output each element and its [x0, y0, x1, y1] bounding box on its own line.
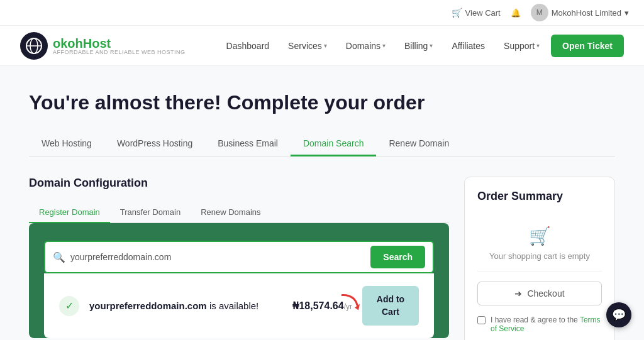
user-menu[interactable]: M MokohHost Limited ▾: [531, 4, 629, 21]
domain-result-row: ✓ yourpreferreddomain.com is available! …: [44, 273, 434, 338]
user-name-label: MokohHost Limited: [552, 8, 621, 18]
content-row: Domain Configuration Register Domain Tra…: [29, 177, 615, 340]
tab-wordpress-hosting[interactable]: WordPress Hosting: [104, 132, 205, 156]
bell-icon: 🔔: [511, 8, 521, 18]
sub-tab-transfer[interactable]: Transfer Domain: [110, 202, 191, 223]
add-cart-wrapper: Add toCart: [362, 286, 419, 326]
search-button[interactable]: Search: [370, 246, 425, 268]
tab-nav: Web Hosting WordPress Hosting Business E…: [29, 132, 615, 156]
nav-billing[interactable]: Billing ▾: [397, 36, 440, 56]
tab-web-hosting[interactable]: Web Hosting: [29, 132, 104, 156]
support-chevron-icon: ▾: [536, 42, 540, 49]
tos-checkbox[interactable]: [477, 316, 486, 324]
availability-badge: ✓: [59, 296, 79, 316]
tos-text: I have read & agree to the Terms of Serv…: [491, 315, 602, 333]
logo-icon: [20, 32, 48, 60]
main-content: You're almost there! Complete your order…: [14, 66, 630, 340]
view-cart-link[interactable]: 🛒 View Cart: [452, 8, 501, 18]
empty-cart-text: Your shopping cart is empty: [477, 251, 602, 261]
logo-text: okohHost: [53, 36, 111, 50]
domain-info: yourpreferreddomain.com is available!: [89, 300, 282, 311]
search-icon: 🔍: [53, 251, 65, 263]
arrow-indicator-icon: [337, 292, 362, 319]
main-panel: Domain Configuration Register Domain Tra…: [29, 177, 449, 338]
view-cart-label: View Cart: [465, 8, 501, 18]
nav-services[interactable]: Services ▾: [280, 36, 335, 56]
search-box: 🔍 Search: [44, 241, 434, 273]
avatar: M: [531, 4, 548, 21]
billing-chevron-icon: ▾: [430, 42, 433, 49]
add-to-cart-button[interactable]: Add toCart: [362, 286, 419, 326]
domains-chevron-icon: ▾: [382, 42, 386, 49]
order-summary: Order Summary 🛒 Your shopping cart is em…: [464, 177, 615, 340]
empty-cart-area: 🛒 Your shopping cart is empty: [477, 216, 602, 271]
notifications-bell[interactable]: 🔔: [511, 8, 521, 18]
order-summary-title: Order Summary: [477, 190, 602, 203]
tab-business-email[interactable]: Business Email: [205, 132, 291, 156]
tab-renew-domain[interactable]: Renew Domain: [376, 132, 462, 156]
page-title: You're almost there! Complete your order: [29, 91, 615, 114]
chat-icon: 💬: [612, 308, 626, 322]
nav-affiliates[interactable]: Affiliates: [444, 36, 492, 56]
open-ticket-button[interactable]: Open Ticket: [551, 35, 624, 57]
domain-name-result: yourpreferreddomain.com is available!: [89, 300, 258, 311]
section-title: Domain Configuration: [29, 177, 449, 190]
checkout-button[interactable]: ➜ Checkout: [477, 282, 602, 305]
sub-tab-renew[interactable]: Renew Domains: [191, 202, 270, 223]
nav-links: Dashboard Services ▾ Domains ▾ Billing ▾…: [219, 35, 624, 57]
nav-domains[interactable]: Domains ▾: [338, 36, 393, 56]
tab-domain-search[interactable]: Domain Search: [291, 132, 377, 156]
nav-support[interactable]: Support ▾: [496, 36, 547, 56]
cart-icon: 🛒: [452, 8, 462, 18]
user-chevron-icon: ▾: [625, 8, 629, 18]
search-container: 🔍 Search ✓ yourpreferreddomain.com is av…: [29, 223, 449, 338]
services-chevron-icon: ▾: [324, 42, 327, 49]
nav-dashboard[interactable]: Dashboard: [219, 36, 277, 56]
domain-search-input[interactable]: [70, 248, 365, 266]
empty-cart-icon: 🛒: [477, 226, 602, 246]
logo-tagline: AFFORDABLE AND RELIABLE WEB HOSTING: [53, 49, 186, 55]
navbar: okohHost AFFORDABLE AND RELIABLE WEB HOS…: [0, 26, 644, 66]
logo[interactable]: okohHost AFFORDABLE AND RELIABLE WEB HOS…: [20, 32, 186, 60]
tos-row: I have read & agree to the Terms of Serv…: [477, 315, 602, 333]
sub-tab-register[interactable]: Register Domain: [29, 202, 110, 223]
chat-bubble-button[interactable]: 💬: [606, 302, 631, 327]
checkout-arrow-icon: ➜: [514, 288, 522, 299]
sub-tabs: Register Domain Transfer Domain Renew Do…: [29, 202, 449, 223]
top-bar: 🛒 View Cart 🔔 M MokohHost Limited ▾: [0, 0, 644, 26]
